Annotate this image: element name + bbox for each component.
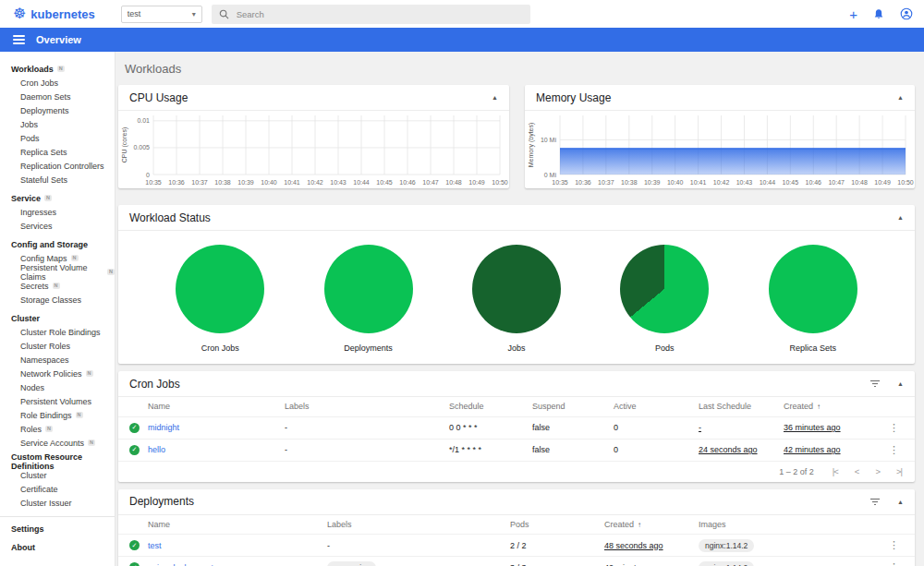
- collapse-caret-icon[interactable]: ▲: [897, 499, 904, 505]
- column-header-name[interactable]: Name: [148, 397, 285, 416]
- column-header-suspend[interactable]: Suspend: [532, 397, 614, 416]
- search-input[interactable]: [237, 9, 495, 19]
- workload-status-card: Workload Status ▲ Cron JobsDeploymentsJo…: [118, 205, 915, 364]
- relative-time-link[interactable]: -: [699, 423, 701, 432]
- filter-icon[interactable]: [869, 379, 881, 388]
- sidebar-item-services[interactable]: Services: [0, 219, 115, 233]
- svg-text:10:50: 10:50: [897, 179, 914, 186]
- sidebar-item-replica-sets[interactable]: Replica Sets: [0, 145, 115, 159]
- svg-text:10:38: 10:38: [621, 179, 638, 186]
- prev-page-icon[interactable]: <: [855, 466, 859, 476]
- sidebar-item-namespaces[interactable]: Namespaces: [0, 353, 115, 367]
- menu-hamburger-icon[interactable]: [13, 33, 25, 46]
- column-header-blank: [118, 515, 148, 535]
- namespace-selector[interactable]: test ▾: [121, 6, 202, 23]
- sidebar-item-pods[interactable]: Pods: [0, 131, 115, 145]
- collapse-caret-icon[interactable]: ▲: [897, 214, 904, 221]
- sidebar-item-cluster-roles[interactable]: Cluster Roles: [0, 339, 115, 353]
- page-title: Workloads: [125, 62, 915, 76]
- resource-name-link[interactable]: midnight: [148, 423, 179, 432]
- sidebar-header-cluster[interactable]: Cluster: [0, 311, 115, 325]
- main-content: Workloads CPU Usage ▲ 10:3510:3610:3710:…: [116, 52, 924, 566]
- sidebar-header-custom-resource-definitions[interactable]: Custom Resource Definitions: [0, 454, 115, 468]
- column-header-labels[interactable]: Labels: [327, 515, 510, 535]
- sidebar-item-stateful-sets[interactable]: Stateful Sets: [0, 173, 115, 187]
- sidebar-item-persistent-volumes[interactable]: Persistent Volumes: [0, 394, 115, 408]
- namespaced-badge: N: [45, 426, 53, 433]
- next-page-icon[interactable]: >: [875, 466, 880, 476]
- sidebar-header-service[interactable]: ServiceN: [0, 191, 115, 205]
- svg-text:10:46: 10:46: [806, 179, 822, 186]
- svg-text:10:44: 10:44: [760, 179, 776, 186]
- collapse-caret-icon[interactable]: ▲: [492, 94, 498, 101]
- cell-text: */1 * * * *: [449, 445, 481, 454]
- kubernetes-logo[interactable]: ☸ kubernetes: [13, 6, 95, 21]
- column-header-labels[interactable]: Labels: [285, 397, 449, 416]
- relative-time-link[interactable]: 36 minutes ago: [784, 423, 841, 432]
- sidebar-label: Secrets: [20, 282, 49, 291]
- last-page-icon[interactable]: >|: [896, 466, 902, 476]
- sidebar-label: Nodes: [20, 383, 44, 392]
- column-header-last-schedule[interactable]: Last Schedule: [699, 397, 784, 416]
- sidebar-header-settings[interactable]: Settings: [0, 522, 115, 536]
- cell-text: 0: [614, 423, 618, 432]
- collapse-caret-icon[interactable]: ▲: [897, 380, 904, 387]
- relative-time-link[interactable]: 42 minutes ago: [784, 445, 841, 454]
- notifications-bell-icon[interactable]: [873, 8, 884, 20]
- resource-name-link[interactable]: test: [148, 541, 162, 550]
- column-header-name[interactable]: Name: [148, 515, 327, 535]
- sidebar-header-workloads[interactable]: WorkloadsN: [0, 62, 115, 76]
- row-menu-kebab-icon[interactable]: ⋮: [889, 422, 899, 433]
- sidebar-item-cron-jobs[interactable]: Cron Jobs: [0, 76, 115, 90]
- relative-time-link[interactable]: 42 minutes ago: [604, 563, 662, 566]
- create-resource-plus-icon[interactable]: +: [849, 7, 857, 21]
- sidebar-item-role-bindings[interactable]: Role BindingsN: [0, 408, 115, 422]
- collapse-caret-icon[interactable]: ▲: [897, 94, 904, 101]
- cell-text: false: [532, 423, 550, 432]
- column-header-images[interactable]: Images: [699, 515, 889, 535]
- column-header-created[interactable]: Created↑: [604, 515, 699, 535]
- sidebar-header-config-and-storage[interactable]: Config and Storage: [0, 237, 115, 251]
- sidebar-item-replication-controllers[interactable]: Replication Controllers: [0, 159, 115, 173]
- sidebar-item-storage-classes[interactable]: Storage Classes: [0, 293, 115, 307]
- resource-name-link[interactable]: hello: [148, 445, 165, 454]
- sidebar-header-about[interactable]: About: [0, 540, 115, 554]
- sidebar-label: Services: [20, 222, 53, 231]
- svg-text:10:36: 10:36: [575, 179, 591, 186]
- sidebar-item-network-policies[interactable]: Network PoliciesN: [0, 367, 115, 380]
- sidebar-item-certificate[interactable]: Certificate: [0, 482, 115, 496]
- row-menu-kebab-icon[interactable]: ⋮: [889, 539, 899, 550]
- relative-time-link[interactable]: 48 seconds ago: [604, 541, 663, 550]
- primary-toolbar: Overview: [0, 28, 924, 52]
- namespaced-badge: N: [53, 283, 60, 290]
- first-page-icon[interactable]: |<: [833, 466, 838, 476]
- sidebar-item-cluster-role-bindings[interactable]: Cluster Role Bindings: [0, 325, 115, 339]
- sidebar-item-service-accounts[interactable]: Service AccountsN: [0, 436, 115, 450]
- sidebar-label: Cluster Roles: [20, 342, 70, 351]
- row-menu-kebab-icon[interactable]: ⋮: [889, 444, 899, 455]
- column-header-schedule[interactable]: Schedule: [449, 397, 532, 416]
- sidebar-item-nodes[interactable]: Nodes: [0, 380, 115, 394]
- sidebar-item-daemon-sets[interactable]: Daemon Sets: [0, 90, 115, 103]
- row-menu-kebab-icon[interactable]: ⋮: [889, 561, 899, 566]
- column-header-active[interactable]: Active: [614, 397, 699, 416]
- sidebar-label: Persistent Volume Claims: [20, 263, 103, 282]
- status-ok-check-icon: ✓: [129, 423, 140, 433]
- sidebar-item-cluster-issuer[interactable]: Cluster Issuer: [0, 496, 115, 510]
- sidebar-label: Ingresses: [20, 208, 56, 217]
- workload-status-card-header: Workload Status ▲: [118, 205, 915, 231]
- sidebar-item-roles[interactable]: RolesN: [0, 422, 115, 436]
- relative-time-link[interactable]: 24 seconds ago: [699, 445, 758, 454]
- sidebar-label: Service: [11, 194, 41, 203]
- sidebar-item-persistent-volume-claims[interactable]: Persistent Volume ClaimsN: [0, 265, 115, 279]
- sidebar-item-ingresses[interactable]: Ingresses: [0, 205, 115, 219]
- column-header-created[interactable]: Created↑: [784, 397, 889, 416]
- sidebar-item-jobs[interactable]: Jobs: [0, 117, 115, 131]
- user-account-icon[interactable]: [900, 7, 913, 20]
- filter-icon[interactable]: [869, 498, 881, 506]
- sidebar-item-deployments[interactable]: Deployments: [0, 103, 115, 117]
- search-bar[interactable]: [212, 5, 530, 24]
- resource-name-link[interactable]: nginx-deployment: [148, 563, 213, 566]
- column-header-pods[interactable]: Pods: [510, 515, 604, 535]
- svg-text:10:47: 10:47: [828, 179, 845, 186]
